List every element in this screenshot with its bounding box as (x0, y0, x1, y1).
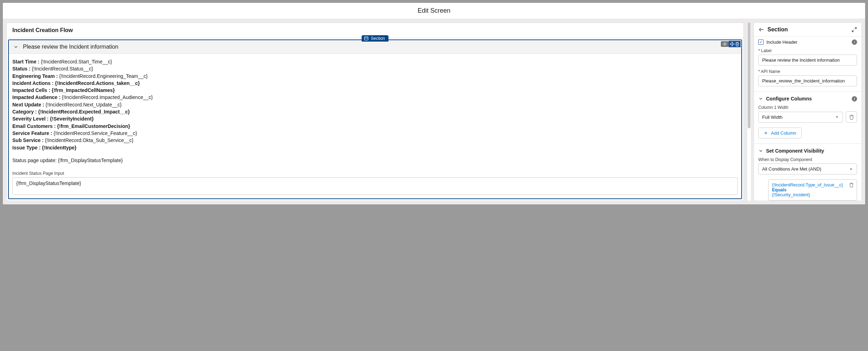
svg-line-7 (852, 30, 854, 32)
move-icon[interactable] (730, 42, 735, 47)
chevron-down-icon (758, 148, 763, 153)
add-column-button[interactable]: Add Column (758, 128, 802, 138)
chevron-down-icon (758, 96, 763, 101)
field-line: Sub Service : {!IncidentRecord.Okta_Sub_… (12, 137, 738, 144)
visibility-icon[interactable] (721, 41, 729, 47)
delete-icon[interactable] (735, 42, 740, 47)
include-header-checkbox[interactable]: ✓ (758, 39, 764, 45)
field-line: Impacted Cells : {!frm_ImpactedCellNames… (12, 87, 738, 94)
section-title: Please review the Incident information (23, 44, 118, 50)
trash-icon (849, 115, 854, 120)
section-badge: Section (362, 35, 388, 42)
section-header[interactable]: Please review the Incident information (9, 40, 741, 54)
panel-title: Section (767, 26, 851, 33)
when-display-label: When to Display Component (758, 157, 857, 162)
chevron-down-icon (13, 44, 19, 50)
plus-icon (764, 131, 768, 135)
screen-canvas[interactable]: Incident Creation Flow Section (6, 23, 744, 201)
condition-field: {!IncidentRecord.Type_of_Issue__c} (772, 183, 853, 187)
delete-column-button[interactable] (846, 111, 857, 123)
delete-condition-button[interactable] (849, 183, 854, 189)
status-page-input[interactable] (12, 177, 738, 195)
caret-down-icon (835, 115, 839, 119)
expand-icon[interactable] (851, 27, 857, 32)
display-text-component[interactable]: Start Time : {!IncidentRecord.Start_Time… (9, 54, 741, 171)
api-name-input[interactable] (758, 75, 857, 86)
field-line: Impacted Audience : {!IncidentRecord.Imp… (12, 94, 738, 101)
field-line: Category : {!IncidentRecord.Expected_Imp… (12, 108, 738, 115)
svg-rect-0 (364, 37, 368, 40)
field-line: Engineering Team : {!IncidentRecord.Engi… (12, 73, 738, 80)
label-input[interactable] (758, 55, 857, 66)
selected-section[interactable]: Section (8, 39, 742, 199)
svg-marker-11 (850, 168, 852, 170)
field-line: Start Time : {!IncidentRecord.Start_Time… (12, 58, 738, 65)
properties-panel: Section ✓ Include Header i * Label * API… (754, 23, 862, 201)
column-width-label: Column 1 Width (758, 105, 857, 110)
info-icon[interactable]: i (852, 96, 857, 101)
field-line: Next Update : {!IncidentRecord.Next_Upda… (12, 101, 738, 108)
canvas-scrollbar[interactable] (747, 23, 751, 201)
svg-marker-8 (836, 117, 838, 118)
include-header-label: Include Header (766, 39, 849, 45)
api-name-label: * API Name (758, 69, 857, 74)
info-icon[interactable]: i (852, 39, 857, 45)
caret-down-icon (849, 167, 853, 171)
field-line: Status : {!IncidentRecord.Status__c} (12, 65, 738, 72)
condition-item[interactable]: {!IncidentRecord.Type_of_Issue__c} Equal… (768, 179, 857, 201)
section-icon (364, 36, 369, 41)
dialog-title: Edit Screen (3, 3, 865, 19)
svg-point-2 (724, 44, 725, 45)
field-line: Email Customers : {!frm_EmailCustomerDec… (12, 123, 738, 130)
label-field-label: * Label (758, 48, 857, 53)
svg-line-6 (855, 27, 856, 29)
trash-icon (849, 183, 854, 187)
back-icon[interactable] (758, 26, 765, 33)
field-line: Issue Type : {!Incidenttype} (12, 144, 738, 151)
section-actions[interactable] (729, 41, 741, 47)
field-line: Severity Level : {!SeverityIncident} (12, 115, 738, 122)
column-width-select[interactable]: Full Width (758, 112, 843, 123)
condition-value: {!Security_Incident} (772, 192, 853, 197)
status-page-update-line: Status page update: {!frm_DisplayStatusT… (12, 157, 738, 164)
input-label: Incident Status Page Input (9, 171, 741, 177)
field-line: Incident Actions : {!IncidentRecord.Acti… (12, 80, 738, 87)
condition-logic-select[interactable]: All Conditions Are Met (AND) (758, 164, 857, 174)
condition-operator: Equals (772, 187, 853, 192)
component-visibility-toggle[interactable]: Set Component Visibility (758, 144, 857, 157)
configure-columns-toggle[interactable]: Configure Columns i (758, 92, 857, 105)
field-line: Service Feature : {!IncidentRecord.Servi… (12, 130, 738, 137)
